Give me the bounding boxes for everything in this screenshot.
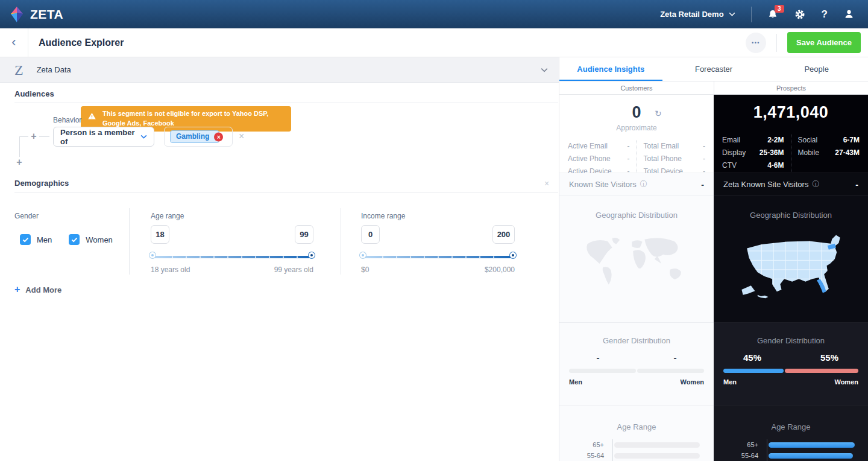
gender-dist-title: Gender Distribution <box>559 323 714 345</box>
refresh-icon[interactable]: ↻ <box>655 109 662 118</box>
add-more-button[interactable]: + Add More <box>14 284 61 295</box>
women-bar-segment <box>785 369 858 373</box>
gender-dist-title: Gender Distribution <box>714 323 868 345</box>
income-max-handle[interactable] <box>510 252 516 258</box>
slider-ticks <box>159 256 305 258</box>
known-visitors-value: - <box>701 180 704 189</box>
known-visitors-value: - <box>855 180 858 189</box>
info-icon[interactable]: ⓘ <box>812 179 819 189</box>
alaska-shape <box>741 285 755 294</box>
collapse-chevron-icon[interactable] <box>541 68 548 72</box>
men-checkbox[interactable] <box>20 234 31 245</box>
remove-condition-button[interactable]: × <box>239 131 244 142</box>
back-chevron-icon: ‹ <box>11 36 16 49</box>
women-axis-label: Women <box>834 378 858 386</box>
notifications-button[interactable]: 3 <box>767 9 778 20</box>
us-map <box>728 226 854 303</box>
age-range-title: Age Range <box>714 406 868 431</box>
back-button[interactable]: ‹ <box>0 28 28 57</box>
age-range-slider <box>151 252 313 262</box>
section-divider <box>14 103 558 103</box>
gear-icon <box>794 8 806 21</box>
prospects-stats: 1,471,040 Email2-2M Display25-36M CTV4-6… <box>714 95 868 173</box>
stat-row: Social6-7M <box>798 134 860 147</box>
section-divider <box>14 192 558 192</box>
column-headers: Customers Prospects <box>559 81 868 95</box>
stat-row: Display25-36M <box>722 147 784 159</box>
help-button[interactable]: ? <box>822 8 828 21</box>
women-checkbox[interactable] <box>69 234 80 245</box>
age-bar <box>614 453 700 459</box>
tab-people[interactable]: People <box>765 57 868 81</box>
known-visitors-label: Known Site Visitors <box>569 180 637 189</box>
age-min-input[interactable] <box>151 225 169 244</box>
more-options-button[interactable]: ••• <box>746 33 766 53</box>
customers-column: 0 ↻ Approximate Active Email- Active Pho… <box>559 95 714 461</box>
age-min-caption: 18 years old <box>151 265 190 274</box>
income-range-filter: Income range $0 $200,000 <box>361 212 515 274</box>
settings-button[interactable] <box>794 8 806 21</box>
geo-title: Geographic Distribution <box>714 196 868 220</box>
operator-value: Person is a member of <box>60 128 140 146</box>
age-range-label: Age range <box>151 212 313 221</box>
remove-demographics-button[interactable]: × <box>544 179 549 188</box>
income-range-slider <box>361 252 515 262</box>
add-group-button[interactable]: + <box>14 157 25 168</box>
segment-tag: Gambling× <box>170 130 219 143</box>
header-divider <box>776 34 777 52</box>
income-min-handle[interactable] <box>360 252 366 258</box>
info-icon[interactable]: ⓘ <box>640 179 647 189</box>
men-percentage: - <box>559 352 637 363</box>
remove-tag-icon[interactable]: × <box>214 132 223 141</box>
age-range-filter: Age range 18 years old 99 years old <box>151 212 313 274</box>
age-max-handle[interactable] <box>309 252 315 258</box>
income-max-input[interactable] <box>492 225 515 244</box>
account-button[interactable] <box>843 8 855 20</box>
gender-filter: Gender Men Women <box>14 212 129 245</box>
stat-row: CTV4-6M <box>722 159 784 172</box>
age-max-input[interactable] <box>295 225 313 244</box>
segment-value-field[interactable]: Gambling× <box>164 127 233 147</box>
stat-row: Email2-2M <box>722 134 784 147</box>
income-min-input[interactable] <box>361 225 380 244</box>
men-bar-segment <box>569 369 636 373</box>
customers-count: 0 <box>632 103 641 121</box>
prospects-column: 1,471,040 Email2-2M Display25-36M CTV4-6… <box>714 95 868 461</box>
age-min-handle[interactable] <box>149 252 156 258</box>
age-range-chart: 65+ 55-64 <box>559 439 714 461</box>
workspace-selector[interactable]: Zeta Retail Demo <box>660 10 735 19</box>
column-divider <box>129 208 130 275</box>
zeta-logo-icon <box>10 6 24 23</box>
stat-row: Active Email- <box>568 140 630 153</box>
save-audience-button[interactable]: Save Audience <box>787 32 861 53</box>
brand-name: ZETA <box>30 7 63 22</box>
behavior-operator-select[interactable]: Person is a member of <box>53 127 154 147</box>
age-chart-row: 65+ <box>559 439 714 450</box>
zeta-data-title: Zeta Data <box>37 65 71 74</box>
prospects-gender-section: Gender Distribution 45% 55% Men Women <box>714 323 868 406</box>
age-chart-row: 55-64 <box>559 450 714 461</box>
top-navbar: ZETA Zeta Retail Demo 3 ? <box>0 0 868 28</box>
add-condition-button[interactable]: + <box>28 131 39 142</box>
gender-bar <box>569 369 704 373</box>
customers-stats: 0 ↻ Approximate Active Email- Active Pho… <box>559 95 714 173</box>
zeta-brand[interactable]: ZETA <box>10 6 63 23</box>
zeta-data-header[interactable]: Z Zeta Data <box>0 57 559 83</box>
customers-column-header[interactable]: Customers <box>559 81 714 94</box>
women-percentage: - <box>637 352 714 363</box>
slider-ticks <box>370 256 506 258</box>
age-max-caption: 99 years old <box>274 265 313 274</box>
chevron-down-icon <box>729 12 735 16</box>
tab-forecaster[interactable]: Forecaster <box>662 57 766 81</box>
prospects-column-header[interactable]: Prospects <box>714 81 868 94</box>
age-range-title: Age Range <box>559 406 714 431</box>
question-icon: ? <box>822 8 828 21</box>
women-percentage: 55% <box>791 352 868 363</box>
tab-audience-insights[interactable]: Audience Insights <box>559 57 662 81</box>
audience-builder-panel: Z Zeta Data Audiences This segment is no… <box>0 57 559 461</box>
workspace-name: Zeta Retail Demo <box>660 10 723 19</box>
geo-title: Geographic Distribution <box>559 196 714 220</box>
demographics-section-title: Demographics <box>14 179 69 188</box>
known-site-visitors-row: Known Site Visitors ⓘ - <box>559 173 714 196</box>
age-chart-row: 55-64 <box>714 450 868 461</box>
